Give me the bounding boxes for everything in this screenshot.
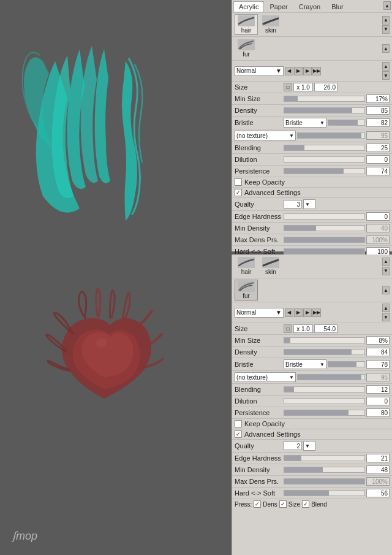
persistence-track[interactable] — [284, 168, 365, 174]
dilution-track[interactable] — [284, 156, 365, 163]
press-dens-checkbox-b[interactable] — [254, 500, 261, 508]
keep-opacity-checkbox[interactable] — [235, 178, 242, 186]
min-density-track-b[interactable] — [284, 467, 365, 473]
blend-far-btn[interactable]: ▶▶ — [312, 67, 321, 75]
tab-blur[interactable]: Blur — [326, 1, 349, 12]
min-density-value-b[interactable]: 48 — [366, 465, 390, 474]
keep-opacity-label: Keep Opacity — [244, 178, 285, 186]
brush-hair-label-b: hair — [241, 269, 252, 275]
hard-soft-track-b[interactable] — [284, 490, 365, 496]
min-size-track-b[interactable] — [284, 337, 365, 343]
hard-soft-track[interactable] — [284, 248, 365, 255]
quality-dropdown[interactable]: ▼ — [303, 199, 315, 209]
density-value[interactable]: 85 — [366, 106, 390, 115]
scroll-up-btn[interactable]: ▲ — [383, 1, 391, 10]
wing-artwork-top — [6, 12, 214, 233]
density-track-b[interactable] — [284, 349, 365, 355]
blend-far-btn-b[interactable]: ▶▶ — [312, 308, 321, 317]
persistence-track-b[interactable] — [284, 410, 365, 416]
min-size-track[interactable] — [284, 96, 365, 102]
press-size-checkbox-b[interactable] — [279, 500, 287, 508]
tab-acrylic[interactable]: Acrylic — [233, 1, 264, 12]
texture-dropdown[interactable]: (no texture) ▼ — [235, 131, 296, 140]
dilution-track-b[interactable] — [284, 398, 365, 404]
texture-dropdown-b[interactable]: (no texture) ▼ — [235, 372, 296, 382]
size-value-b[interactable]: 54.0 — [314, 324, 337, 333]
keep-opacity-row: Keep Opacity — [232, 177, 392, 188]
tab-paper[interactable]: Paper — [264, 1, 293, 12]
min-size-value-b[interactable]: 8% — [366, 336, 390, 345]
panel-scroll-up-b[interactable]: ▲ — [382, 304, 390, 312]
press-blend-checkbox-b[interactable] — [302, 500, 309, 508]
bristle-value-b[interactable]: 78 — [366, 360, 390, 369]
brush-hair[interactable]: hair — [235, 14, 258, 35]
bristle-value[interactable]: 82 — [366, 118, 390, 127]
bristle-track-b[interactable] — [328, 361, 365, 367]
advanced-settings-checkbox[interactable] — [235, 189, 242, 196]
brush-skin[interactable]: skin — [259, 14, 282, 35]
dilution-value[interactable]: 0 — [366, 155, 390, 164]
brush-skin-b[interactable]: skin — [259, 256, 282, 277]
edge-hardness-value-b[interactable]: 21 — [366, 454, 390, 462]
blending-value-b[interactable]: 12 — [366, 385, 390, 394]
quality-value-b[interactable]: 2 — [284, 442, 302, 450]
edge-hardness-value[interactable]: 0 — [366, 212, 390, 221]
blending-track-b[interactable] — [284, 386, 365, 392]
panel-scroll-down-b[interactable]: ▼ — [382, 313, 390, 321]
persistence-value-b[interactable]: 80 — [366, 408, 390, 417]
min-size-value[interactable]: 17% — [366, 94, 390, 103]
blend-right-btn-b[interactable]: ▶ — [303, 308, 312, 317]
blend-arrows-b: ◀ ▶ ▶ ▶▶ — [285, 308, 321, 317]
density-track[interactable] — [284, 107, 365, 113]
persistence-row-b: Persistence 80 — [232, 407, 392, 419]
bristle-track[interactable] — [328, 120, 365, 126]
brush-hair-b[interactable]: hair — [235, 256, 258, 277]
density-value-b[interactable]: 84 — [366, 348, 390, 356]
scroll-right-up-btn[interactable]: ▲ — [382, 16, 390, 25]
size-lock-btn-b[interactable]: □ — [284, 324, 292, 333]
quality-value[interactable]: 3 — [284, 200, 302, 209]
bristle-dropdown-b[interactable]: Bristle ▼ — [284, 359, 326, 369]
size-lock-btn[interactable]: □ — [284, 83, 292, 91]
max-dens-track-b[interactable] — [284, 478, 365, 484]
min-density-track[interactable] — [284, 225, 365, 231]
texture-track[interactable] — [297, 132, 365, 139]
scroll2-right-btn[interactable]: ▲ — [382, 44, 390, 53]
blend-right-btn[interactable]: ▶ — [303, 67, 312, 75]
advanced-settings-checkbox-b[interactable] — [235, 431, 242, 438]
scroll-right-down-btn[interactable]: ▼ — [382, 25, 390, 34]
tab-crayon[interactable]: Crayon — [293, 1, 326, 12]
brush-fur-b[interactable]: fur — [235, 280, 258, 300]
dilution-label-b: Dilution — [235, 397, 284, 405]
max-dens-slider-b: 100% — [284, 477, 390, 486]
hard-soft-value-b[interactable]: 56 — [366, 489, 390, 497]
brush-fur[interactable]: fur — [235, 38, 258, 59]
size-label: Size — [235, 83, 284, 91]
blend-left-btn-b[interactable]: ◀ — [285, 308, 293, 317]
panel-scroll-up[interactable]: ▲ — [382, 62, 390, 71]
persistence-value[interactable]: 74 — [366, 167, 390, 175]
scroll2-right-btn-b[interactable]: ▲ — [382, 286, 390, 294]
size-row: Size □ x 1.0 26.0 — [232, 82, 392, 93]
edge-hardness-track[interactable] — [284, 213, 365, 220]
keep-opacity-checkbox-b[interactable] — [235, 420, 242, 427]
blend-dropdown[interactable]: Normal ▼ — [235, 66, 284, 76]
scroll-right-up-btn-b[interactable]: ▲ — [382, 258, 390, 266]
blend-dropdown-b[interactable]: Normal ▼ — [235, 308, 284, 318]
panel-scroll-down[interactable]: ▼ — [382, 71, 390, 80]
blend-mid-btn-b[interactable]: ▶ — [294, 308, 303, 317]
blending-value[interactable]: 25 — [366, 144, 390, 152]
blend-left-btn[interactable]: ◀ — [285, 67, 293, 75]
texture-track-b[interactable] — [297, 374, 365, 380]
scroll-right-down-btn-b[interactable]: ▼ — [382, 267, 390, 275]
edge-hardness-track-b[interactable] — [284, 455, 365, 461]
max-dens-track[interactable] — [284, 237, 365, 243]
brush-skin-label: skin — [265, 27, 276, 34]
brush-panel-top: Acrylic Paper Crayon Blur ▲ hair skin ▲ … — [232, 0, 392, 251]
quality-dropdown-b[interactable]: ▼ — [303, 441, 315, 451]
dilution-value-b[interactable]: 0 — [366, 397, 390, 405]
blending-track[interactable] — [284, 145, 365, 151]
size-value[interactable]: 26.0 — [314, 83, 337, 91]
bristle-dropdown[interactable]: Bristle ▼ — [284, 118, 326, 128]
blend-mid-btn[interactable]: ▶ — [294, 67, 303, 75]
